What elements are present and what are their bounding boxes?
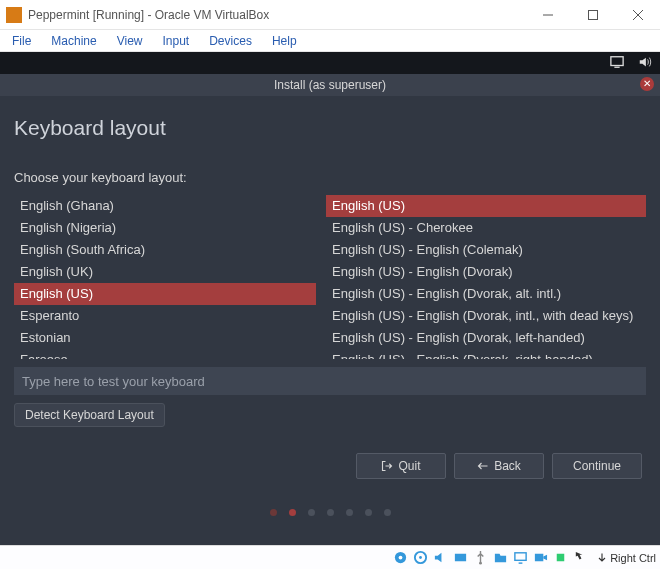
virtualbox-menubar: File Machine View Input Devices Help <box>0 30 660 52</box>
layout-country-list[interactable]: English (Ghana)English (Nigeria)English … <box>14 195 316 359</box>
page-title: Keyboard layout <box>14 116 646 140</box>
usb-icon[interactable] <box>472 549 489 566</box>
svg-rect-6 <box>455 554 466 562</box>
list-item[interactable]: English (US) <box>14 283 316 305</box>
menu-devices[interactable]: Devices <box>201 32 260 50</box>
list-item[interactable]: English (US) - English (Dvorak, right-ha… <box>326 349 646 359</box>
list-item[interactable]: English (Ghana) <box>14 195 316 217</box>
svg-point-3 <box>399 556 403 560</box>
network-icon[interactable] <box>452 549 469 566</box>
list-item[interactable]: English (US) - English (Dvorak, alt. int… <box>326 283 646 305</box>
list-item[interactable]: English (South Africa) <box>14 239 316 261</box>
continue-button[interactable]: Continue <box>552 453 642 479</box>
list-item[interactable]: English (US) - English (Colemak) <box>326 239 646 261</box>
virtualbox-titlebar: Peppermint [Running] - Oracle VM Virtual… <box>0 0 660 30</box>
list-item[interactable]: English (Nigeria) <box>14 217 316 239</box>
close-button[interactable] <box>615 0 660 30</box>
step-dot <box>384 509 391 516</box>
menu-help[interactable]: Help <box>264 32 305 50</box>
installer-title: Install (as superuser) <box>274 78 386 92</box>
hard-disk-icon[interactable] <box>392 549 409 566</box>
installer-titlebar: Install (as superuser) ✕ <box>0 74 660 96</box>
detect-layout-button[interactable]: Detect Keyboard Layout <box>14 403 165 427</box>
arrow-down-icon <box>596 552 608 564</box>
guest-display: Install (as superuser) ✕ Keyboard layout… <box>0 52 660 545</box>
window-title: Peppermint [Running] - Oracle VM Virtual… <box>28 8 525 22</box>
mouse-integration-icon[interactable] <box>572 549 589 566</box>
display-icon[interactable] <box>610 55 624 72</box>
shared-folders-icon[interactable] <box>492 549 509 566</box>
guest-panel <box>0 52 660 74</box>
svg-rect-1 <box>611 56 623 65</box>
keyboard-test-input[interactable] <box>14 367 646 395</box>
quit-button[interactable]: Quit <box>356 453 446 479</box>
layout-prompt: Choose your keyboard layout: <box>14 170 646 185</box>
installer-body: Keyboard layout Choose your keyboard lay… <box>0 96 660 526</box>
list-item[interactable]: Estonian <box>14 327 316 349</box>
menu-input[interactable]: Input <box>155 32 198 50</box>
step-dot <box>308 509 315 516</box>
svg-rect-9 <box>535 554 543 562</box>
svg-point-5 <box>419 556 422 559</box>
virtualbox-statusbar: Right Ctrl <box>0 545 660 569</box>
volume-icon[interactable] <box>638 55 652 72</box>
optical-disk-icon[interactable] <box>412 549 429 566</box>
menu-file[interactable]: File <box>4 32 39 50</box>
audio-icon[interactable] <box>432 549 449 566</box>
installer-close-button[interactable]: ✕ <box>640 77 654 91</box>
step-dot <box>365 509 372 516</box>
recording-icon[interactable] <box>532 549 549 566</box>
back-button[interactable]: Back <box>454 453 544 479</box>
virtualbox-icon <box>6 7 22 23</box>
svg-rect-10 <box>557 554 565 562</box>
list-item[interactable]: Esperanto <box>14 305 316 327</box>
menu-machine[interactable]: Machine <box>43 32 104 50</box>
list-item[interactable]: English (UK) <box>14 261 316 283</box>
host-key-indicator: Right Ctrl <box>596 552 656 564</box>
svg-rect-8 <box>515 553 526 561</box>
step-dot <box>327 509 334 516</box>
list-item[interactable]: English (US) <box>326 195 646 217</box>
list-item[interactable]: English (US) - English (Dvorak, left-han… <box>326 327 646 349</box>
list-item[interactable]: English (US) - English (Dvorak, intl., w… <box>326 305 646 327</box>
list-item[interactable]: English (US) - Cherokee <box>326 217 646 239</box>
list-item[interactable]: English (US) - English (Dvorak) <box>326 261 646 283</box>
layout-variant-list[interactable]: English (US)English (US) - CherokeeEngli… <box>326 195 646 359</box>
cpu-icon[interactable] <box>552 549 569 566</box>
step-dot <box>346 509 353 516</box>
step-dot <box>270 509 277 516</box>
exit-icon <box>381 460 393 472</box>
display-icon[interactable] <box>512 549 529 566</box>
svg-rect-0 <box>588 10 597 19</box>
progress-dots <box>14 509 646 516</box>
svg-point-7 <box>479 562 482 565</box>
menu-view[interactable]: View <box>109 32 151 50</box>
list-item[interactable]: Faroese <box>14 349 316 359</box>
maximize-button[interactable] <box>570 0 615 30</box>
step-dot <box>289 509 296 516</box>
arrow-left-icon <box>477 460 489 472</box>
minimize-button[interactable] <box>525 0 570 30</box>
